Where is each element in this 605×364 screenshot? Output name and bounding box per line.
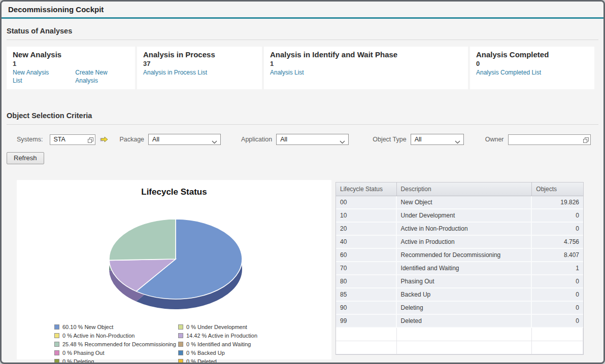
status-card: Analysis in Process37Analysis in Process… — [137, 47, 262, 89]
table-cell: 0 — [532, 223, 583, 236]
legend-item: 0 % Identified and Waiting — [178, 341, 331, 347]
table-cell: Identified and Waiting — [397, 262, 532, 275]
package-select[interactable]: All — [148, 134, 221, 145]
table-row[interactable]: 90Deleting0 — [336, 302, 583, 315]
table-cell — [397, 341, 532, 354]
status-card: New Analysis1New Analysis ListCreate New… — [7, 47, 135, 89]
status-card-link[interactable]: New Analysis List — [13, 68, 58, 85]
status-card-count: 37 — [143, 59, 256, 68]
table-cell: New Object — [397, 196, 532, 209]
section-divider — [7, 40, 598, 40]
table-row[interactable]: 70Identified and Waiting1 — [336, 262, 583, 275]
table-cell: 19.826 — [532, 196, 583, 209]
object-selection-criteria-heading: Object Selection Criteria — [7, 112, 598, 120]
lifecycle-table-panel: Lifecycle StatusDescriptionObjects 00New… — [335, 182, 584, 355]
title-bar: Decommissioning Cockpit — [2, 2, 603, 17]
table-empty-row — [336, 328, 583, 341]
table-cell: 4.756 — [532, 236, 583, 249]
legend-swatch — [178, 359, 183, 364]
table-cell: Active in Non-Production — [397, 223, 532, 236]
table-cell — [336, 328, 397, 341]
table-cell — [336, 341, 397, 354]
legend-item: 0 % Backed Up — [178, 350, 331, 356]
table-row[interactable]: 40Active in Production4.756 — [336, 236, 583, 249]
legend-swatch — [178, 350, 183, 355]
object-type-selected-value: All — [415, 136, 422, 143]
status-card-title: Analysis Completed — [476, 50, 588, 59]
table-row[interactable]: 60Recommended for Decommissioning8.407 — [336, 249, 583, 262]
chart-legend: 60.10 % New Object0 % Under Development0… — [54, 324, 331, 364]
table-column-header: Description — [397, 183, 532, 196]
lifecycle-table: Lifecycle StatusDescriptionObjects 00New… — [335, 182, 584, 355]
section-divider — [7, 124, 598, 125]
table-cell: 20 — [336, 223, 397, 236]
table-cell: 70 — [336, 262, 397, 275]
table-row[interactable]: 80Phasing Out0 — [336, 275, 583, 288]
value-help-icon[interactable] — [87, 136, 94, 145]
table-cell: Active in Production — [397, 236, 532, 249]
title-accent-rule — [2, 17, 603, 19]
legend-swatch — [54, 342, 59, 347]
value-help-icon[interactable] — [583, 136, 589, 145]
status-card-count: 1 — [13, 59, 129, 68]
table-header-row: Lifecycle StatusDescriptionObjects — [336, 183, 583, 196]
legend-swatch — [178, 324, 183, 330]
owner-input[interactable] — [508, 134, 591, 145]
legend-item: 14.42 % Active in Production — [178, 333, 331, 339]
table-cell: 90 — [336, 302, 397, 315]
status-card-title: New Analysis — [13, 50, 129, 59]
table-cell: Recommended for Decommissioning — [397, 249, 532, 262]
refresh-button[interactable]: Refresh — [7, 152, 44, 164]
application-label: Application — [241, 136, 272, 143]
pie-slice-recommended-for-decommissioning — [109, 219, 176, 260]
table-cell: Phasing Out — [397, 275, 532, 288]
legend-label: 0 % Identified and Waiting — [186, 341, 251, 347]
systems-field-wrap — [50, 134, 95, 145]
status-card-links: New Analysis ListCreate New Analysis — [13, 68, 129, 85]
table-cell — [532, 328, 583, 341]
legend-label: 25.48 % Recommended for Decommissioning — [62, 341, 176, 347]
table-row[interactable]: 85Backed Up0 — [336, 288, 583, 302]
status-card-link[interactable]: Analysis List — [270, 68, 304, 77]
table-cell — [397, 328, 532, 341]
legend-item: 0 % Under Development — [178, 324, 331, 330]
legend-swatch — [54, 333, 59, 338]
status-card-link[interactable]: Analysis in Process List — [143, 68, 207, 77]
app-window: Decommissioning Cockpit Status of Analys… — [0, 0, 605, 364]
table-row[interactable]: 20Active in Non-Production0 — [336, 223, 583, 236]
status-card-title: Analysis in Process — [143, 50, 256, 59]
table-row[interactable]: 99Deleted0 — [336, 315, 583, 328]
status-card-link[interactable]: Create New Analysis — [75, 68, 129, 85]
legend-label: 14.42 % Active in Production — [186, 333, 257, 339]
table-cell: 60 — [336, 249, 397, 262]
legend-label: 0 % Phasing Out — [62, 350, 105, 356]
status-card-links: Analysis in Process List — [143, 68, 256, 77]
status-card-links: Analysis List — [270, 68, 462, 77]
object-type-select[interactable]: All — [411, 134, 464, 145]
status-card-links: Analysis Completed List — [476, 68, 588, 77]
table-cell: 0 — [532, 209, 583, 223]
legend-item: 0 % Active in Non-Production — [54, 333, 178, 339]
status-of-analyses-heading: Status of Analyses — [7, 27, 598, 35]
legend-label: 0 % Deleting — [62, 358, 94, 364]
status-card-link[interactable]: Analysis Completed List — [476, 68, 541, 77]
legend-swatch — [54, 324, 59, 330]
table-cell: 10 — [336, 209, 397, 223]
table-cell: 00 — [336, 196, 397, 209]
table-row[interactable]: 00New Object19.826 — [336, 196, 583, 209]
legend-label: 60.10 % New Object — [62, 324, 113, 330]
application-select[interactable]: All — [276, 134, 349, 145]
owner-label: Owner — [485, 136, 504, 143]
go-arrow-button[interactable] — [100, 135, 109, 143]
table-cell: Deleted — [397, 315, 532, 328]
table-cell: Under Development — [397, 209, 532, 223]
lifecycle-chart-panel: Lifecycle Status 60.10 % New Object0 % U… — [17, 180, 331, 359]
table-row[interactable]: 10Under Development0 — [336, 209, 583, 223]
status-cards: New Analysis1New Analysis ListCreate New… — [7, 47, 597, 89]
legend-swatch — [54, 350, 59, 355]
table-cell: 85 — [336, 288, 397, 302]
table-cell: 0 — [532, 315, 583, 328]
legend-swatch — [54, 359, 59, 364]
table-column-header: Lifecycle Status — [336, 183, 397, 196]
chevron-down-icon — [212, 138, 217, 145]
